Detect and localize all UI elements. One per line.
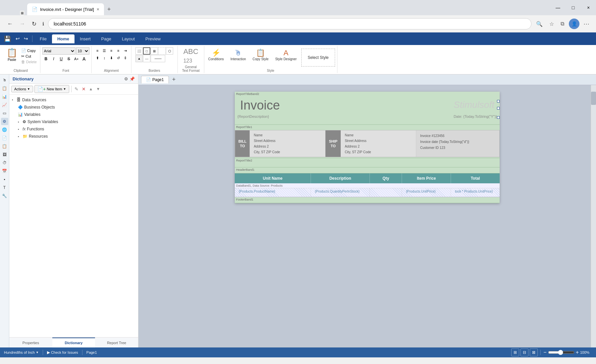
sidebar-pin-icon[interactable]: 📌 [129,76,135,81]
align-snap-icon[interactable]: ⊠ [530,348,538,356]
tree-item-functions[interactable]: ▪ fx Functions [9,125,138,133]
left-icon-rect[interactable]: ▪ [1,176,8,183]
conditions-button[interactable]: ⚡ Conditions [206,47,226,62]
left-icon-doc[interactable]: 📄 [1,134,8,142]
address-bar[interactable] [48,18,531,29]
move-up-button[interactable]: ▲ [88,86,94,92]
font-size-select[interactable]: 10 [76,47,89,55]
refresh-button[interactable]: ↻ [30,19,38,29]
left-icon-mouse[interactable]: 🖱 [1,76,8,84]
left-icon-globe[interactable]: 🌐 [1,126,8,133]
browser-menu-icon[interactable]: ⋯ [582,19,591,29]
tab-layout[interactable]: Layout [117,34,140,43]
snap-icon[interactable]: ⊟ [521,348,528,356]
save-button[interactable]: 💾 [1,34,14,44]
font-size-increase-button[interactable]: A+ [73,55,80,63]
left-icon-tools[interactable]: 🔧 [1,192,8,200]
style-designer-button[interactable]: A Style Designer [273,47,299,62]
text-direction-button[interactable]: ↺ [115,55,122,61]
align-right-button[interactable]: ≡ [108,47,115,54]
new-tab-button[interactable]: + [104,3,114,15]
indent-button[interactable]: ⇥ [122,47,128,54]
border-inner-button[interactable]: ⊞ [151,47,158,55]
edit-toolbar-button[interactable]: ✎ [74,85,79,93]
left-icon-components[interactable]: 📋 [1,85,8,92]
valign-middle-button[interactable]: ↕ [101,55,108,61]
forward-button[interactable]: → [18,19,27,29]
left-icon-shapes[interactable]: ▭ [1,110,8,117]
zoom-in-button[interactable]: + [576,349,579,355]
italic-button[interactable]: I [50,55,57,63]
copy-style-button[interactable]: 📋 Copy Style [251,47,271,62]
tree-item-business-objects[interactable]: 🔷 Business Objects [9,104,138,111]
delete-button[interactable]: 🗑Delete [21,59,37,65]
tree-item-data-sources[interactable]: ▪ 🗄 Data Sources [9,96,138,104]
report-canvas-area[interactable]: ReportTitleBand2 Invoice Stimulsoft {Rep… [138,85,596,347]
favorites-star-icon[interactable]: ☆ [547,19,556,29]
new-item-button[interactable]: 📄+ New Item ▼ [34,85,69,93]
align-center-button[interactable]: ☰ [101,47,108,54]
left-icon-chart[interactable]: 📊 [1,93,8,100]
strikethrough-button[interactable]: S [65,55,73,63]
border-line-style-button[interactable]: ─── [151,55,165,62]
move-down-button[interactable]: ▼ [95,86,101,92]
browser-tab[interactable]: 📄 Invoice.mrt - Designer [Trial] × [27,3,104,15]
zoom-slider[interactable] [548,350,574,355]
valign-bottom-button[interactable]: ⬇ [108,55,115,61]
bold-button[interactable]: B [42,55,50,63]
paste-button[interactable]: 📋 Paste [4,47,20,63]
tree-item-variables[interactable]: 📊 Variables [9,111,138,118]
justify-button[interactable]: ≡ [115,47,122,54]
border-none-button[interactable] [158,47,166,55]
delete-toolbar-button[interactable]: ✕ [81,85,87,93]
tree-item-resources[interactable]: ▪ 📁 Resources [9,133,138,140]
check-issues-button[interactable]: ▶ Check for Issues [47,350,78,355]
sidebar-settings-icon[interactable]: ⚙ [124,76,128,81]
valign-top-button[interactable]: ⬆ [94,55,101,61]
border-line-color-button[interactable]: — [143,55,150,62]
select-style-button[interactable]: Select Style [301,49,335,67]
actions-button[interactable]: Actions ▼ [11,86,33,92]
tab-page[interactable]: Page [96,34,117,43]
underline-button[interactable]: U [58,55,65,63]
left-icon-line-chart[interactable]: 📈 [1,101,8,109]
browser-collections-icon[interactable]: ⧉ [559,19,566,29]
tab-close-btn[interactable]: × [97,7,99,12]
page-tab-page1[interactable]: 📄 Page1 [141,76,169,83]
left-icon-list[interactable]: 📋 [1,143,8,150]
grid-icon[interactable]: ⊞ [511,348,519,356]
left-icon-gauge[interactable]: ⏱ [1,159,8,166]
left-icon-calendar[interactable]: 📅 [1,167,8,175]
search-icon[interactable]: 🔍 [534,19,545,29]
undo-button[interactable]: ↩ [14,34,22,43]
add-page-button[interactable]: + [170,76,178,83]
canvas-scrollbar[interactable] [591,85,596,347]
tab-insert[interactable]: Insert [74,34,96,43]
tab-properties[interactable]: Properties [9,338,52,347]
copy-button[interactable]: 📄Copy [21,48,37,53]
info-button[interactable]: ℹ [41,20,45,28]
redo-button[interactable]: ↪ [22,34,30,43]
cut-button[interactable]: ✂Cut [21,54,37,59]
tab-dictionary[interactable]: Dictionary [52,338,95,347]
left-icon-text[interactable]: T [1,184,8,191]
font-family-select[interactable]: Arial [42,47,75,55]
line-spacing-button[interactable]: ⇕ [122,55,128,61]
tab-home[interactable]: Home [52,34,74,43]
border-all-button[interactable]: ⬜ [135,47,143,55]
left-icon-settings[interactable]: ⚙ [1,118,8,125]
left-icon-image[interactable]: 🖼 [1,151,8,158]
zoom-out-button[interactable]: − [543,349,546,355]
back-button[interactable]: ← [5,19,15,29]
profile-avatar[interactable]: 👤 [569,19,579,29]
window-minimize-button[interactable]: — [550,0,566,15]
tab-preview[interactable]: Preview [140,34,166,43]
units-button[interactable]: Hundredths of Inch ▼ [4,350,39,354]
align-left-button[interactable]: ≡ [94,47,101,54]
border-custom-button[interactable]: ⬡ [166,47,173,55]
window-close-button[interactable]: × [581,0,596,15]
window-maximize-button[interactable]: □ [566,0,581,15]
font-color-button[interactable]: A [80,55,88,63]
border-fill-button[interactable]: ▲ [135,55,143,62]
tree-item-system-variables[interactable]: ▪ ⚙ System Variables [9,118,138,125]
